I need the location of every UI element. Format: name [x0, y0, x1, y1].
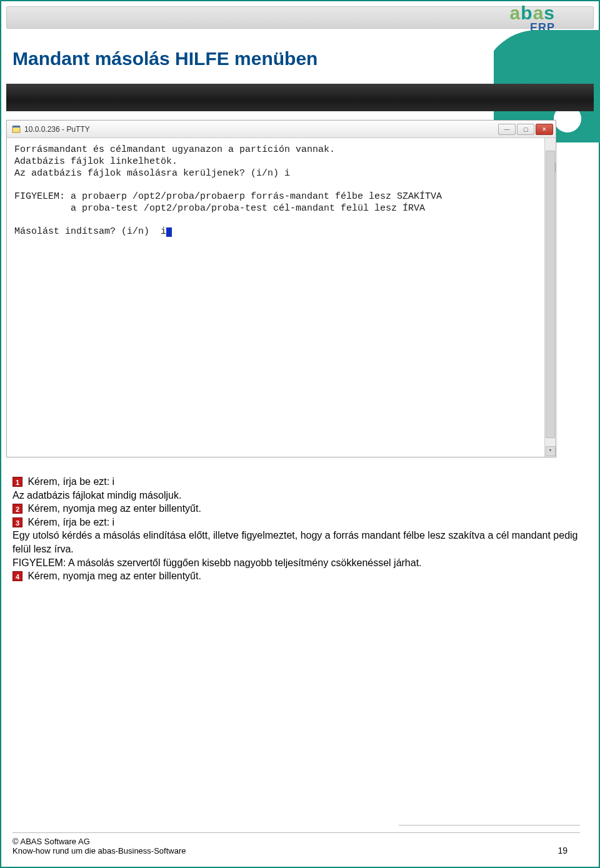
step-3-warning: FIGYELEM: A másolás szervertől függően k… — [12, 556, 580, 570]
minimize-icon: — — [504, 126, 510, 132]
terminal-line: a proba-test /opt2/proba/proba-test cél-… — [14, 203, 425, 214]
step-badge-1: 1 — [12, 477, 22, 487]
terminal-cursor — [166, 227, 172, 237]
chevron-down-icon: ▾ — [549, 447, 552, 454]
instructions-block: 1 Kérem, írja be ezt: i Az adatbázis fáj… — [12, 475, 580, 583]
putty-icon — [12, 125, 21, 134]
step-3-text: Kérem, írja be ezt: i — [25, 517, 114, 527]
step-badge-4: 4 — [12, 571, 22, 581]
footer-tagline: Know-how rund um die abas-Business-Softw… — [12, 846, 186, 856]
step-2-text: Kérem, nyomja meg az enter billentyűt. — [25, 503, 201, 514]
terminal-line: FIGYELEM: a probaerp /opt2/proba/probaer… — [14, 191, 442, 202]
close-icon: ✕ — [542, 126, 547, 132]
footer: © ABAS Software AG Know-how rund um die … — [12, 832, 580, 856]
slide-title: Mandant másolás HILFE menüben — [12, 48, 318, 69]
footer-copyright: © ABAS Software AG — [12, 837, 186, 846]
step-3-extra: Egy utolsó kérdés a másolás elindítása e… — [12, 529, 580, 556]
putty-titlebar[interactable]: 10.0.0.236 - PuTTY — ▢ ✕ — [7, 121, 556, 138]
svg-rect-2 — [12, 126, 20, 127]
maximize-icon: ▢ — [523, 126, 529, 132]
terminal-line: Az adatbázis fájlok másolásra kerüljenek… — [14, 168, 290, 179]
putty-title-text: 10.0.0.236 - PuTTY — [24, 125, 90, 134]
scroll-down-button[interactable]: ▾ — [546, 446, 556, 456]
terminal-line: Forrásmandant és célmandant ugyanazon a … — [14, 144, 335, 155]
step-badge-2: 2 — [12, 504, 22, 514]
footer-rule — [12, 832, 580, 833]
step-1-text: Kérem, írja be ezt: i — [25, 476, 114, 487]
footer-rule-right — [399, 825, 580, 826]
minimize-button[interactable]: — — [498, 124, 516, 135]
putty-terminal-body[interactable]: Forrásmandant és célmandant ugyanazon a … — [7, 138, 556, 457]
terminal-line: Adatbázis fájlok linkelhetök. — [14, 156, 178, 167]
dark-divider-band — [6, 84, 594, 111]
close-button[interactable]: ✕ — [536, 124, 553, 135]
scrollbar[interactable]: ▴ ▾ — [544, 138, 556, 457]
putty-window: 10.0.0.236 - PuTTY — ▢ ✕ Forrásmandant é… — [6, 120, 556, 457]
maximize-button[interactable]: ▢ — [517, 124, 534, 135]
page-number: 19 — [558, 846, 580, 856]
step-4-text: Kérem, nyomja meg az enter billentyűt. — [25, 571, 201, 581]
scroll-thumb[interactable] — [546, 151, 555, 438]
logo-abas-text: abas — [492, 2, 555, 24]
page-frame: abas ERP Mandant másolás HILFE menüben 1… — [0, 0, 600, 868]
terminal-line: Másolást indítsam? (i/n) i — [14, 226, 166, 237]
svg-rect-1 — [12, 127, 20, 132]
step-1-extra: Az adatbázis fájlokat mindig másoljuk. — [12, 489, 580, 502]
step-badge-3: 3 — [12, 517, 22, 527]
